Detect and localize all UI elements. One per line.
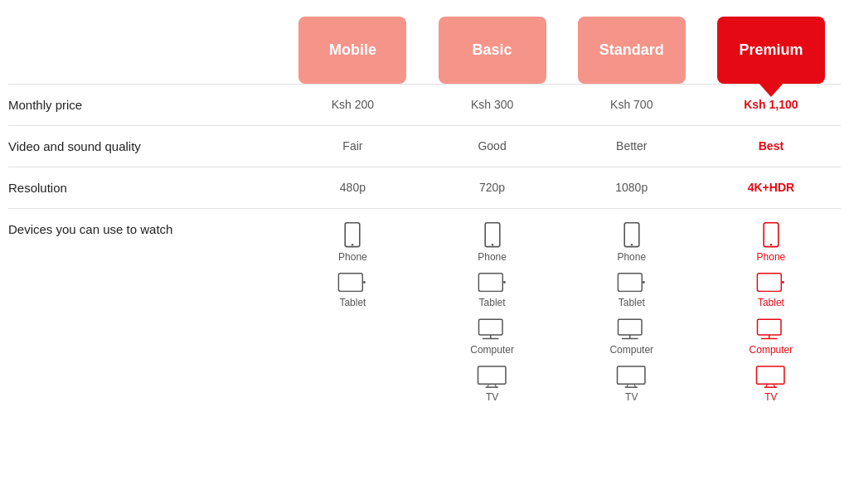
plan-header-standard: Standard — [562, 17, 701, 85]
resolution-basic: 720p — [422, 167, 561, 209]
device-group-standard: Phone Tablet — [569, 222, 695, 403]
price-basic: Ksh 300 — [422, 85, 561, 126]
svg-rect-6 — [478, 274, 502, 292]
video-quality-label: Video and sound quality — [8, 126, 283, 167]
device-item-tablet-mobile: Tablet — [337, 273, 367, 308]
computer-label-standard: Computer — [609, 344, 653, 356]
devices-label: Devices you can use to watch — [8, 209, 283, 417]
svg-rect-30 — [757, 319, 781, 335]
phone-icon-mobile — [341, 222, 364, 249]
tablet-icon-premium — [756, 273, 786, 294]
svg-point-1 — [352, 244, 353, 245]
device-group-mobile: Phone Tablet — [289, 222, 415, 308]
devices-mobile: Phone Tablet — [283, 209, 422, 417]
svg-point-18 — [643, 281, 645, 284]
plan-label-basic: Basic — [473, 41, 512, 58]
device-item-phone-premium: Phone — [757, 222, 786, 263]
svg-rect-33 — [756, 366, 784, 384]
computer-icon-premium — [756, 318, 786, 342]
device-item-tv-premium: TV — [755, 366, 787, 403]
svg-point-29 — [782, 281, 784, 284]
phone-label-premium: Phone — [757, 251, 786, 263]
tv-label-basic: TV — [486, 391, 498, 403]
phone-label-basic: Phone — [478, 251, 507, 263]
quality-premium-value: Best — [759, 139, 784, 153]
plan-header-premium: Premium — [701, 17, 841, 85]
svg-rect-19 — [618, 319, 642, 335]
computer-icon-standard — [617, 318, 647, 342]
plan-label-premium: Premium — [739, 41, 803, 58]
device-item-phone-basic: Phone — [478, 222, 507, 263]
phone-label-mobile: Phone — [338, 251, 367, 263]
device-item-tv-standard: TV — [616, 366, 648, 403]
tv-icon-basic — [477, 366, 508, 389]
svg-point-16 — [631, 244, 633, 245]
resolution-label: Resolution — [8, 167, 283, 209]
plan-card-basic: Basic — [439, 17, 546, 84]
monthly-price-label: Monthly price — [8, 85, 283, 126]
price-standard: Ksh 700 — [562, 85, 701, 126]
devices-row: Devices you can use to watch — [8, 209, 841, 417]
svg-point-7 — [503, 281, 506, 284]
device-item-tablet-basic: Tablet — [478, 273, 507, 308]
device-item-tablet-standard: Tablet — [617, 273, 647, 308]
computer-label-premium: Computer — [750, 344, 793, 356]
plan-card-standard: Standard — [578, 17, 686, 84]
tablet-label-premium: Tablet — [758, 297, 784, 308]
device-item-tablet-premium: Tablet — [756, 273, 786, 308]
monthly-price-row: Monthly price Ksh 200 Ksh 300 Ksh 700 Ks… — [8, 85, 841, 126]
phone-icon-basic — [481, 222, 504, 249]
empty-header — [8, 17, 283, 85]
plan-label-mobile: Mobile — [329, 41, 376, 58]
resolution-row: Resolution 480p 720p 1080p 4K+HDR — [8, 167, 841, 209]
svg-point-5 — [491, 244, 492, 245]
device-item-computer-standard: Computer — [609, 318, 653, 356]
svg-rect-2 — [339, 274, 363, 292]
plan-header-basic: Basic — [422, 17, 561, 85]
device-group-basic: Phone Tablet — [429, 222, 555, 403]
tablet-label-standard: Tablet — [619, 297, 645, 308]
svg-rect-17 — [618, 274, 642, 292]
quality-premium: Best — [701, 126, 841, 167]
tablet-icon-mobile — [337, 273, 367, 294]
tv-icon-premium — [755, 366, 787, 389]
computer-label-basic: Computer — [470, 344, 514, 356]
phone-label-standard: Phone — [617, 251, 646, 263]
svg-rect-11 — [478, 366, 505, 384]
video-quality-row: Video and sound quality Fair Good Better… — [8, 126, 841, 167]
svg-rect-15 — [624, 223, 639, 247]
resolution-standard: 1080p — [562, 167, 701, 209]
svg-rect-22 — [617, 366, 644, 384]
plan-label-standard: Standard — [599, 41, 664, 58]
phone-icon-premium — [759, 222, 783, 249]
svg-rect-8 — [478, 319, 502, 335]
svg-point-27 — [770, 244, 772, 245]
price-mobile: Ksh 200 — [283, 85, 422, 126]
svg-rect-28 — [757, 274, 781, 292]
device-group-premium: Phone Tablet — [708, 222, 834, 403]
pricing-container: Mobile Basic Standard Premium — [0, 0, 849, 433]
tablet-label-basic: Tablet — [479, 297, 506, 308]
tv-label-standard: TV — [625, 391, 638, 403]
quality-standard: Better — [562, 126, 701, 167]
devices-standard: Phone Tablet — [562, 209, 701, 417]
plan-header-mobile: Mobile — [283, 17, 422, 85]
quality-basic: Good — [422, 126, 561, 167]
tablet-icon-basic — [478, 273, 507, 294]
tv-icon-standard — [616, 366, 648, 389]
quality-mobile: Fair — [283, 126, 422, 167]
resolution-premium-value: 4K+HDR — [748, 181, 794, 194]
tablet-icon-standard — [617, 273, 647, 294]
devices-premium: Phone Tablet — [701, 209, 841, 417]
device-item-computer-premium: Computer — [750, 318, 793, 356]
tv-label-premium: TV — [764, 391, 777, 403]
plan-card-premium: Premium — [717, 17, 825, 84]
svg-rect-26 — [764, 223, 779, 247]
price-premium-value: Ksh 1,100 — [744, 98, 798, 111]
phone-icon-standard — [620, 222, 643, 249]
device-item-phone-mobile: Phone — [338, 222, 367, 263]
device-item-computer-basic: Computer — [470, 318, 514, 356]
svg-point-3 — [363, 281, 366, 284]
svg-rect-4 — [485, 223, 500, 247]
device-item-tv-basic: TV — [477, 366, 508, 403]
